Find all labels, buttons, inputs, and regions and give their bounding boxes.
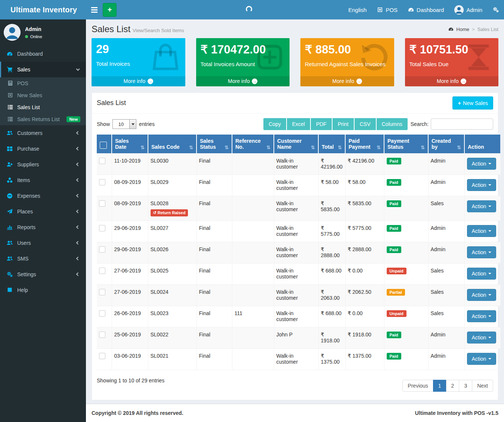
more-info-link[interactable]: More info→ xyxy=(196,76,290,86)
column-header-payment-status[interactable]: Payment Status⇅ xyxy=(384,135,428,154)
page-size-select[interactable]: 10 xyxy=(112,119,136,129)
export-print-button[interactable]: Print xyxy=(333,118,355,130)
search-input[interactable] xyxy=(431,118,493,130)
sidebar: Ultimate Inventory Admin Online Dashboar… xyxy=(0,0,86,422)
cell-sales-code: SL0021 xyxy=(148,349,197,370)
page-size-control: Show 10 entries xyxy=(97,119,155,129)
row-action-button[interactable]: Action xyxy=(467,200,497,212)
sidebar-toggle-button[interactable] xyxy=(86,0,103,19)
row-action-button[interactable]: Action xyxy=(467,246,497,258)
arrow-circle-right-icon: → xyxy=(148,78,153,84)
table-row: 29-06-2019SL0026FinalWalk-in customer₹ 2… xyxy=(97,242,500,264)
more-info-link[interactable]: More info→ xyxy=(300,76,394,86)
navbar-item-english[interactable]: English xyxy=(343,0,372,19)
row-checkbox[interactable] xyxy=(99,310,105,317)
sidebar-item-reports[interactable]: Reports xyxy=(0,219,86,235)
cell-payment-status: Paid xyxy=(384,196,428,221)
row-checkbox[interactable] xyxy=(99,158,105,164)
row-checkbox[interactable] xyxy=(99,200,105,207)
export-columns-button[interactable]: Columns xyxy=(377,118,408,130)
brand-logo[interactable]: Ultimate Inventory xyxy=(0,0,86,19)
column-header-reference-no-[interactable]: Reference No.⇅ xyxy=(232,135,274,154)
breadcrumb-separator: > xyxy=(472,27,475,32)
sidebar-item-settings[interactable]: Settings xyxy=(0,267,86,282)
row-action-button[interactable]: Action xyxy=(467,179,497,191)
sidebar-item-suppliers[interactable]: Suppliers xyxy=(0,157,86,172)
column-header-sales-status[interactable]: Sales Status⇅ xyxy=(197,135,232,154)
row-checkbox[interactable] xyxy=(99,268,105,274)
navbar-item-admin[interactable]: Admin xyxy=(449,0,488,19)
row-action-button[interactable]: Action xyxy=(467,158,497,170)
sidebar-item-items[interactable]: Items xyxy=(0,172,86,188)
column-header-created-by[interactable]: Created by⇅ xyxy=(428,135,464,154)
chevron-left-icon xyxy=(76,163,80,166)
export-button-group: CopyExcelPDFPrintCSVColumns xyxy=(263,118,408,130)
row-action-button[interactable]: Action xyxy=(467,332,497,344)
row-action-button[interactable]: Action xyxy=(467,289,497,301)
cell-customer-name: Walk-in customer xyxy=(274,306,318,327)
sidebar-item-expenses[interactable]: Expenses xyxy=(0,188,86,204)
cell-action: Action xyxy=(464,285,500,306)
export-excel-button[interactable]: Excel xyxy=(287,118,311,130)
plus-square-icon xyxy=(7,92,14,98)
new-sales-button[interactable]: + New Sales xyxy=(452,96,493,110)
export-copy-button[interactable]: Copy xyxy=(263,118,287,130)
sidebar-item-sales-returns-list[interactable]: Sales Returns ListNew xyxy=(0,113,86,125)
search-control: Search: xyxy=(411,118,493,130)
breadcrumb-home[interactable]: Home xyxy=(456,27,469,32)
page-button-3[interactable]: 3 xyxy=(459,380,472,392)
cell-action: Action xyxy=(464,327,500,349)
sidebar-item-sales-list[interactable]: Sales List xyxy=(0,101,86,113)
sidebar-item-dashboard[interactable]: Dashboard xyxy=(0,46,86,62)
sidebar-item-purchase[interactable]: Purchase xyxy=(0,141,86,157)
plus-square-icon xyxy=(377,7,383,13)
sidebar-item-sms[interactable]: SMS xyxy=(0,251,86,267)
sidebar-item-pos[interactable]: POS xyxy=(0,77,86,89)
row-action-button[interactable]: Action xyxy=(467,353,497,365)
payment-status-badge: Paid xyxy=(387,179,401,186)
sidebar-item-help[interactable]: Help xyxy=(0,282,86,298)
navbar-right-menu: EnglishPOSDashboardAdmin xyxy=(343,0,504,19)
content-area: Sales ListView/Search Sold Items Home > … xyxy=(86,19,504,404)
page-button-1[interactable]: 1 xyxy=(433,380,446,392)
row-checkbox[interactable] xyxy=(99,225,105,231)
column-header-customer-name[interactable]: Customer Name⇅ xyxy=(274,135,318,154)
export-csv-button[interactable]: CSV xyxy=(355,118,377,130)
column-header-sales-code[interactable]: Sales Code⇅ xyxy=(148,135,197,154)
cell-customer-name: Walk-in customer xyxy=(274,349,318,370)
column-header-paid-payment[interactable]: Paid Payment⇅ xyxy=(345,135,384,154)
row-action-button[interactable]: Action xyxy=(467,225,497,237)
select-dropdown-button[interactable] xyxy=(129,120,136,129)
select-all-checkbox[interactable] xyxy=(100,142,107,149)
sidebar-item-places[interactable]: Places xyxy=(0,204,86,219)
cell-customer-name: Walk-in customer xyxy=(274,196,318,221)
row-checkbox[interactable] xyxy=(99,289,105,295)
row-action-button[interactable]: Action xyxy=(467,268,497,280)
cell-payment-status: Paid xyxy=(384,221,428,242)
row-checkbox[interactable] xyxy=(99,179,105,185)
sidebar-item-customers[interactable]: Customers xyxy=(0,125,86,141)
column-header-total[interactable]: Total⇅ xyxy=(318,135,345,154)
quick-add-button[interactable]: + xyxy=(103,3,117,17)
cell-paid-payment: ₹ 58.00 xyxy=(345,175,384,196)
more-info-link[interactable]: More info→ xyxy=(405,76,499,86)
sidebar-item-users[interactable]: Users xyxy=(0,235,86,251)
export-pdf-button[interactable]: PDF xyxy=(311,118,333,130)
navbar-item-pos[interactable]: POS xyxy=(372,0,403,19)
navbar-item-dashboard[interactable]: Dashboard xyxy=(403,0,449,19)
page-button-next[interactable]: Next xyxy=(472,380,493,392)
column-header-action[interactable]: Action xyxy=(464,135,500,154)
navbar-item-settings[interactable] xyxy=(488,0,504,19)
sidebar-item-sales[interactable]: Sales xyxy=(0,62,86,77)
row-checkbox[interactable] xyxy=(99,353,105,359)
table-row: 29-06-2019SL0027FinalWalk-in customer₹ 5… xyxy=(97,221,500,242)
stat-label: Total Invoices Amount xyxy=(201,61,285,67)
column-header-sales-date[interactable]: Sales Date⇅ xyxy=(112,135,148,154)
row-checkbox[interactable] xyxy=(99,332,105,338)
more-info-link[interactable]: More info→ xyxy=(92,76,185,86)
sidebar-item-new-sales[interactable]: New Sales xyxy=(0,89,86,101)
page-button-previous[interactable]: Previous xyxy=(402,380,433,392)
row-checkbox[interactable] xyxy=(99,246,105,253)
row-action-button[interactable]: Action xyxy=(467,310,497,322)
page-button-2[interactable]: 2 xyxy=(446,380,460,392)
